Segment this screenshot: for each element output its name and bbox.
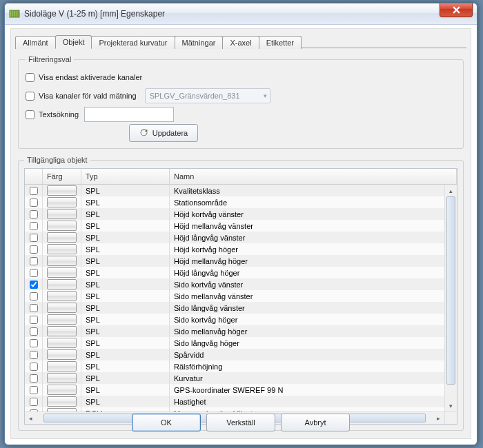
row-checkbox[interactable] xyxy=(30,386,38,394)
table-row[interactable]: SPLKurvatur xyxy=(25,372,445,384)
table-row[interactable]: SPLHöjd kortvåg vänster xyxy=(25,208,445,220)
scroll-thumb[interactable] xyxy=(446,196,455,385)
row-checkbox[interactable] xyxy=(30,409,38,412)
row-type: SPL xyxy=(81,290,170,302)
row-checkbox[interactable] xyxy=(30,281,38,289)
color-swatch[interactable] xyxy=(47,291,77,301)
color-swatch[interactable] xyxy=(47,244,77,254)
table-row[interactable]: SPLSpårvidd xyxy=(25,349,445,360)
scroll-down-icon[interactable]: ▾ xyxy=(446,400,456,411)
row-checkbox[interactable] xyxy=(30,198,38,207)
checkbox-textsearch[interactable] xyxy=(26,110,34,119)
row-type: SPL xyxy=(81,384,170,396)
row-checkbox[interactable] xyxy=(30,269,38,277)
row-name: Sido långvåg höger xyxy=(170,337,445,349)
color-swatch[interactable] xyxy=(47,361,77,371)
row-checkbox[interactable] xyxy=(30,245,38,254)
color-swatch[interactable] xyxy=(47,303,77,313)
row-name: Max acceleration Vänster xyxy=(170,407,445,411)
tab-etiketter[interactable]: Etiketter xyxy=(259,36,302,49)
titlebar[interactable]: Sidoläge V (1-25 m) [mm] Egenskaper xyxy=(5,3,477,25)
color-swatch[interactable] xyxy=(47,349,77,360)
row-checkbox[interactable] xyxy=(30,210,38,218)
table-row[interactable]: SPLHöjd mellanvåg höger xyxy=(25,255,445,267)
color-swatch[interactable] xyxy=(47,221,77,231)
row-checkbox[interactable] xyxy=(30,339,38,347)
table-row[interactable]: SPLSido mellanvåg vänster xyxy=(25,290,445,302)
tab-mätningar[interactable]: Mätningar xyxy=(175,36,224,49)
color-swatch[interactable] xyxy=(47,209,77,219)
row-checkbox[interactable] xyxy=(30,351,38,359)
color-swatch[interactable] xyxy=(47,267,77,278)
color-swatch[interactable] xyxy=(47,385,77,395)
row-checkbox[interactable] xyxy=(30,398,38,406)
row-checkbox[interactable] xyxy=(30,316,38,324)
table-row[interactable]: SPLSido långvåg vänster xyxy=(25,302,445,314)
tab-objekt[interactable]: Objekt xyxy=(55,35,92,49)
label-enabled-channels: Visa endast aktiverade kanaler xyxy=(39,73,142,81)
row-type: SPL xyxy=(81,325,170,337)
row-checkbox[interactable] xyxy=(30,304,38,312)
vertical-scrollbar[interactable]: ▴ ▾ xyxy=(444,185,457,411)
tab-projekterad-kurvatur[interactable]: Projekterad kurvatur xyxy=(91,36,175,49)
color-swatch[interactable] xyxy=(47,197,77,207)
table-row[interactable]: SPLHöjd långvåg höger xyxy=(25,267,445,278)
label-for-selected: Visa kanaler för vald mätning xyxy=(39,92,137,100)
table-row[interactable]: ROVMax acceleration Vänster xyxy=(25,407,445,411)
row-type: SPL xyxy=(81,337,170,349)
color-swatch[interactable] xyxy=(47,396,77,407)
ok-button[interactable]: OK xyxy=(132,414,201,431)
table-row[interactable]: SPLRälsförhöjning xyxy=(25,360,445,372)
color-swatch[interactable] xyxy=(47,326,77,336)
cancel-button[interactable]: Avbryt xyxy=(281,414,350,431)
row-checkbox[interactable] xyxy=(30,327,38,336)
row-checkbox[interactable] xyxy=(30,292,38,301)
header-name[interactable]: Namn xyxy=(170,169,457,184)
row-type: SPL xyxy=(81,243,170,255)
table-row[interactable]: SPLSido kortvåg vänster xyxy=(25,278,445,290)
row-checkbox[interactable] xyxy=(30,234,38,242)
row-checkbox[interactable] xyxy=(30,257,38,265)
row-checkbox[interactable] xyxy=(30,222,38,230)
textsearch-input[interactable] xyxy=(84,107,174,122)
row-checkbox[interactable] xyxy=(30,374,38,383)
row-type: SPL xyxy=(81,314,170,325)
update-button[interactable]: Uppdatera xyxy=(129,124,198,142)
color-swatch[interactable] xyxy=(47,408,77,411)
header-type[interactable]: Typ xyxy=(81,169,170,184)
color-swatch[interactable] xyxy=(47,314,77,325)
apply-button[interactable]: Verkställ xyxy=(206,414,275,431)
row-checkbox[interactable] xyxy=(30,187,38,195)
row-name: Kurvatur xyxy=(170,372,445,384)
table-row[interactable]: SPLHastighet xyxy=(25,396,445,407)
header-color[interactable]: Färg xyxy=(43,169,81,184)
table-row[interactable]: SPLHöjd långvåg vänster xyxy=(25,232,445,243)
row-checkbox[interactable] xyxy=(30,363,38,371)
scroll-track[interactable] xyxy=(446,196,456,400)
measurement-combo[interactable]: SPLGV_Gränsvärden_831 ▾ xyxy=(145,88,270,103)
table-row[interactable]: SPLHöjd mellanvåg vänster xyxy=(25,220,445,232)
color-swatch[interactable] xyxy=(47,185,77,196)
table-row[interactable]: SPLSido mellanvåg höger xyxy=(25,325,445,337)
color-swatch[interactable] xyxy=(47,279,77,289)
color-swatch[interactable] xyxy=(47,338,77,348)
color-swatch[interactable] xyxy=(47,256,77,266)
color-swatch[interactable] xyxy=(47,232,77,243)
table-row[interactable]: SPLSido långvåg höger xyxy=(25,337,445,349)
table-row[interactable]: SPLStationsområde xyxy=(25,196,445,208)
tab-x-axel[interactable]: X-axel xyxy=(222,36,259,49)
table-row[interactable]: SPLHöjd kortvåg höger xyxy=(25,243,445,255)
row-name: GPS-koordinater SWEREF 99 N xyxy=(170,384,445,396)
color-swatch[interactable] xyxy=(47,373,77,383)
table-row[interactable]: SPLSido kortvåg höger xyxy=(25,314,445,325)
table-row[interactable]: SPLGPS-koordinater SWEREF 99 N xyxy=(25,384,445,396)
checkbox-for-selected[interactable] xyxy=(26,92,34,101)
checkbox-enabled-channels[interactable] xyxy=(26,73,34,82)
scroll-up-icon[interactable]: ▴ xyxy=(446,185,456,196)
header-check[interactable] xyxy=(25,169,43,184)
app-icon xyxy=(9,8,20,19)
row-name: Höjd långvåg höger xyxy=(170,267,445,278)
tab-allmänt[interactable]: Allmänt xyxy=(15,36,56,49)
table-row[interactable]: SPLKvalitetsklass xyxy=(25,185,445,196)
close-button[interactable] xyxy=(440,3,473,17)
